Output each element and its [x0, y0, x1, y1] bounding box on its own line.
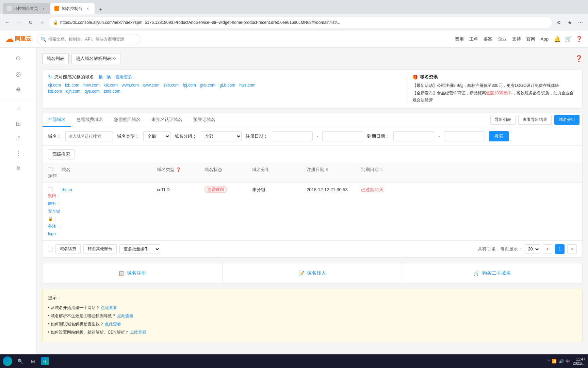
- buy-domain-panel[interactable]: 🛒 购买二手域名: [402, 263, 582, 283]
- export-list-btn[interactable]: 导出列表: [490, 115, 516, 125]
- browser-tab-2[interactable]: 域名控制台 ×: [50, 3, 95, 14]
- domain-register-link[interactable]: 域名注册: [127, 270, 146, 276]
- action-note[interactable]: 备注: [48, 224, 56, 229]
- nav-item-icp[interactable]: 备案: [484, 36, 492, 42]
- sidebar-item-5[interactable]: ⋮: [0, 145, 36, 161]
- type-filter-select[interactable]: 全部: [143, 131, 170, 141]
- type-help-icon[interactable]: ❓: [176, 167, 181, 172]
- tab2-close[interactable]: ×: [85, 6, 91, 11]
- start-button[interactable]: [3, 356, 12, 366]
- batch-more-select[interactable]: 更多批量操作: [119, 244, 160, 254]
- nav-item-official[interactable]: 官网: [526, 36, 535, 42]
- domain-transfer-panel[interactable]: 📝 域名转入: [223, 263, 403, 283]
- nav-item-ticket[interactable]: 工单: [469, 36, 478, 42]
- nav-item-app[interactable]: App: [541, 36, 549, 42]
- next-page-btn[interactable]: >: [567, 244, 577, 254]
- action-lock[interactable]: 安全锁: [48, 209, 60, 214]
- batch-renew-btn[interactable]: 域名续费: [55, 244, 81, 254]
- suggest-domain-fzb[interactable]: fzb.com: [65, 83, 79, 88]
- suggest-domain-ktk[interactable]: ktk.com: [103, 83, 117, 88]
- favorites-icon[interactable]: ★: [565, 18, 574, 27]
- batch-transfer-btn[interactable]: 转至其他账号: [83, 244, 117, 254]
- page-size-select[interactable]: 20: [525, 244, 540, 254]
- nav-item-cost[interactable]: 费用: [455, 36, 464, 42]
- suggest-domain-hnw[interactable]: hnw.com: [83, 83, 99, 88]
- switch-domains-btn[interactable]: 换一换: [99, 74, 111, 80]
- search-button[interactable]: 搜索: [489, 131, 509, 141]
- footer-select-all[interactable]: [48, 247, 53, 251]
- suggest-domain-gkb[interactable]: gkb.com: [200, 83, 215, 88]
- suggest-refresh-icon[interactable]: ↻: [48, 74, 52, 80]
- suggest-domain-cjt[interactable]: cjt.com: [48, 83, 61, 88]
- help-circle-icon[interactable]: ❓: [575, 55, 583, 62]
- expire-date-to[interactable]: [444, 131, 485, 141]
- sidebar-item-menu[interactable]: ≡: [0, 101, 36, 116]
- forward-button[interactable]: →: [14, 18, 24, 27]
- tray-network[interactable]: 📶: [552, 359, 557, 364]
- tab-pre-register[interactable]: 预登记域名: [188, 113, 221, 127]
- tips-link-2[interactable]: 点此查看: [117, 313, 133, 318]
- reg-date-sort-icon[interactable]: ⇅: [326, 168, 328, 171]
- action-redeem[interactable]: 赎回: [48, 193, 56, 199]
- sidebar-item-1[interactable]: ⊙: [0, 50, 36, 66]
- aliyun-logo[interactable]: ☁ 阿里云: [5, 34, 31, 44]
- group-filter-select[interactable]: 全部: [201, 131, 242, 141]
- tab-urgent-redeem[interactable]: 急需赎回域名: [109, 113, 146, 127]
- header-checkbox[interactable]: [48, 167, 53, 172]
- tips-link-1[interactable]: 点此查看: [101, 305, 117, 310]
- tray-keyboard[interactable]: 中: [566, 358, 570, 364]
- page-1-btn[interactable]: 1: [555, 244, 565, 254]
- help-icon[interactable]: ❓: [576, 36, 583, 42]
- suggest-domain-zmb[interactable]: zmb.com: [104, 89, 120, 94]
- suggest-domain-fpj[interactable]: fpj.com: [183, 83, 196, 88]
- view-more-btn[interactable]: 查看更多: [116, 74, 132, 80]
- home-button[interactable]: ⌂: [37, 18, 47, 27]
- domain-link[interactable]: rtii.cn: [62, 187, 72, 192]
- expire-date-sort-icon[interactable]: ⇅: [380, 168, 383, 171]
- domain-transfer-link[interactable]: 域名转入: [307, 270, 326, 276]
- tips-link-3[interactable]: 点此查看: [105, 322, 121, 326]
- tab1-close[interactable]: ×: [41, 6, 46, 11]
- cart-icon[interactable]: 🛒: [565, 36, 572, 42]
- action-logo[interactable]: logo: [48, 231, 56, 236]
- taskview-btn[interactable]: ⊞: [28, 356, 38, 366]
- expire-date-from[interactable]: [393, 131, 434, 141]
- tab-urgent-renew[interactable]: 急需续费域名: [71, 113, 109, 127]
- buy-domain-link[interactable]: 购买二手域名: [482, 270, 511, 276]
- browser-tab-1[interactable]: Ie控制台首页 ×: [3, 3, 50, 14]
- dns-list-tab[interactable]: 进入域名解析列表>>: [71, 53, 121, 64]
- domain-list-tab[interactable]: 域名列表: [42, 53, 69, 64]
- domain-group-btn[interactable]: 域名分组: [554, 115, 579, 125]
- refresh-button[interactable]: ↻: [26, 18, 35, 27]
- suggest-domain-lxb[interactable]: lxb.com: [48, 89, 62, 94]
- search-taskbar-btn[interactable]: 🔍: [15, 356, 25, 366]
- tab-unverified[interactable]: 未实名认证域名: [146, 113, 188, 127]
- prev-page-btn[interactable]: <: [543, 244, 552, 254]
- edge-taskbar[interactable]: Ie: [41, 357, 49, 365]
- suggest-domain-glb[interactable]: gLb.com: [219, 83, 235, 88]
- suggest-domain-qys[interactable]: qys.com: [84, 89, 100, 94]
- sidebar-item-4[interactable]: ⊞: [0, 116, 36, 132]
- nav-item-support[interactable]: 支持: [512, 36, 521, 42]
- view-export-btn[interactable]: 查看导出结果: [518, 115, 552, 125]
- sidebar-item-manage[interactable]: 理: [0, 132, 36, 145]
- tips-link-4[interactable]: 点此查看: [130, 330, 146, 335]
- suggest-domain-xww[interactable]: xww.com: [143, 83, 160, 88]
- tray-arrow[interactable]: ^: [548, 359, 550, 364]
- action-dns[interactable]: 解析: [48, 201, 56, 206]
- nav-item-enterprise[interactable]: 企业: [498, 36, 507, 42]
- domain-register-panel[interactable]: 📋 域名注册: [43, 263, 223, 283]
- back-button[interactable]: ←: [3, 18, 12, 27]
- domain-search-input[interactable]: [65, 131, 113, 141]
- suggest-domain-qjh[interactable]: qjh.com: [66, 89, 80, 94]
- notification-icon[interactable]: 🔔: [554, 36, 561, 42]
- sidebar-item-3[interactable]: ❋: [0, 82, 36, 97]
- tab-all-domains[interactable]: 全部域名: [43, 113, 71, 127]
- reg-date-to[interactable]: [322, 131, 363, 141]
- address-input[interactable]: 🔒 https://dc.console.aliyun.com/next/ind…: [49, 17, 552, 28]
- header-search-input[interactable]: [48, 37, 137, 42]
- row-checkbox[interactable]: [48, 187, 53, 192]
- sidebar-item-2[interactable]: ◎: [0, 66, 36, 82]
- advanced-search-btn[interactable]: 高级搜索: [48, 149, 75, 159]
- sidebar-item-doc[interactable]: 档: [0, 161, 36, 175]
